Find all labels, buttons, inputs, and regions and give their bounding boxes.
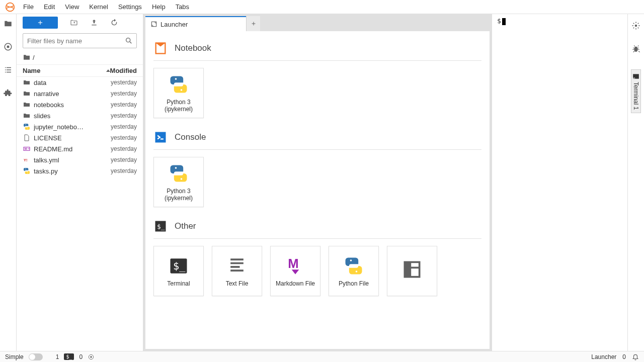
menubar: File Edit View Kernel Settings Help Tabs (0, 0, 644, 14)
launcher-card[interactable]: Python 3 (ipykernel) (153, 157, 204, 207)
tab-add-button[interactable] (246, 16, 260, 31)
file-name: notebooks (34, 101, 111, 109)
tab-launcher[interactable]: Launcher (145, 16, 246, 31)
activity-bar (0, 14, 17, 351)
svg-point-16 (175, 167, 177, 169)
svg-point-24 (356, 270, 358, 273)
python-icon (23, 123, 31, 131)
tab-title: Launcher (160, 21, 188, 28)
toc-icon[interactable] (4, 65, 13, 74)
component-icon (401, 258, 423, 281)
col-modified-header[interactable]: Modified (110, 67, 137, 74)
menu-settings[interactable]: Settings (113, 1, 147, 13)
simple-toggle[interactable] (29, 353, 43, 360)
launcher-card[interactable] (387, 246, 437, 296)
svg-text:M: M (288, 256, 298, 270)
file-browser: / Name Modified datayesterdaynarrativeye… (17, 14, 143, 351)
new-folder-icon[interactable] (70, 19, 78, 27)
refresh-icon[interactable] (110, 19, 118, 27)
svg-point-10 (27, 172, 28, 173)
folder-icon (23, 78, 31, 86)
menu-help[interactable]: Help (147, 1, 171, 13)
file-name: README.md (34, 145, 111, 153)
svg-point-9 (25, 168, 26, 169)
launcher-section: ConsolePython 3 (ipykernel) (153, 130, 481, 207)
launcher-card[interactable]: MMarkdown File (270, 246, 320, 296)
file-row[interactable]: datayesterday (17, 77, 143, 88)
svg-point-5 (27, 128, 28, 129)
bell-icon[interactable] (632, 353, 639, 360)
main-area: Launcher NotebookPython 3 (ipykernel)Con… (143, 14, 492, 351)
file-name: data (34, 79, 111, 86)
file-modified: yesterday (111, 123, 137, 130)
file-list: datayesterdaynarrativeyesterdaynotebooks… (17, 77, 143, 351)
breadcrumbs[interactable]: / (17, 50, 143, 64)
file-row[interactable]: notebooksyesterday (17, 99, 143, 110)
section-title: Notebook (175, 43, 211, 53)
notebook-icon (153, 41, 168, 55)
launcher: NotebookPython 3 (ipykernel)ConsolePytho… (145, 31, 490, 349)
file-row[interactable]: Y!talks.ymlyesterday (17, 154, 143, 165)
launcher-card[interactable]: Text File (212, 246, 262, 296)
launcher-card[interactable]: $_Terminal (153, 246, 204, 296)
file-row[interactable]: narrativeyesterday (17, 88, 143, 99)
card-label: Python File (339, 280, 369, 287)
extensions-icon[interactable] (4, 88, 13, 98)
cards: Python 3 (ipykernel) (153, 157, 481, 207)
filter-input[interactable] (23, 33, 137, 48)
terminal-cursor (502, 18, 506, 25)
file-modified: yesterday (111, 145, 137, 152)
svg-text:$_: $_ (173, 260, 186, 272)
launcher-card[interactable]: Python File (329, 246, 379, 296)
menu-tabs[interactable]: Tabs (171, 1, 194, 13)
file-name: jupyter_notebo… (34, 123, 111, 131)
status-launcher: Launcher (591, 353, 616, 360)
file-row[interactable]: tasks.pyyesterday (17, 165, 143, 176)
launcher-card[interactable]: Python 3 (ipykernel) (153, 68, 204, 118)
menu-edit[interactable]: Edit (39, 1, 60, 13)
menu-kernel[interactable]: Kernel (84, 1, 113, 13)
cards: Python 3 (ipykernel) (153, 68, 481, 118)
file-name: slides (34, 112, 111, 120)
file-icon (23, 134, 31, 142)
file-list-header: Name Modified (17, 64, 143, 77)
svg-text:$_: $_ (157, 223, 165, 230)
menu-view[interactable]: View (60, 1, 84, 13)
property-inspector-icon[interactable] (631, 21, 640, 30)
filebrowser-icon[interactable] (4, 19, 13, 28)
debugger-icon[interactable] (631, 44, 640, 53)
terminal-icon: $_ (632, 73, 639, 80)
console-icon (153, 130, 168, 144)
jupyter-logo-icon (5, 2, 15, 12)
svg-point-13 (175, 78, 177, 80)
simple-label: Simple (5, 353, 24, 360)
card-label: Markdown File (276, 280, 315, 287)
section-title: Other (175, 221, 196, 231)
python-icon (168, 162, 190, 185)
svg-rect-2 (7, 46, 10, 48)
launcher-section: NotebookPython 3 (ipykernel) (153, 41, 481, 118)
col-name-header[interactable]: Name (23, 67, 110, 74)
terminal-panel[interactable]: $ (492, 14, 627, 351)
menu-file[interactable]: File (18, 1, 39, 13)
launcher-section: $_Other$_TerminalText FileMMarkdown File… (153, 219, 481, 296)
terminal-tab[interactable]: $_ Terminal 1 (631, 69, 641, 113)
file-row[interactable]: jupyter_notebo…yesterday (17, 121, 143, 132)
running-icon[interactable] (4, 42, 13, 51)
file-row[interactable]: slidesyesterday (17, 110, 143, 121)
upload-icon[interactable] (90, 19, 98, 27)
textfile-icon (226, 255, 248, 277)
new-launcher-button[interactable] (23, 17, 58, 29)
section-header: Notebook (153, 41, 481, 61)
file-row[interactable]: LICENSEyesterday (17, 132, 143, 143)
file-modified: yesterday (111, 101, 137, 108)
file-modified: yesterday (111, 167, 137, 174)
card-label: Text File (226, 280, 249, 287)
file-name: LICENSE (34, 134, 111, 142)
file-modified: yesterday (111, 79, 137, 86)
terminal-icon: $_ (153, 219, 168, 233)
svg-point-4 (25, 124, 26, 125)
file-row[interactable]: MREADME.mdyesterday (17, 143, 143, 154)
plus-icon (251, 21, 257, 27)
card-label: Terminal (167, 280, 190, 287)
